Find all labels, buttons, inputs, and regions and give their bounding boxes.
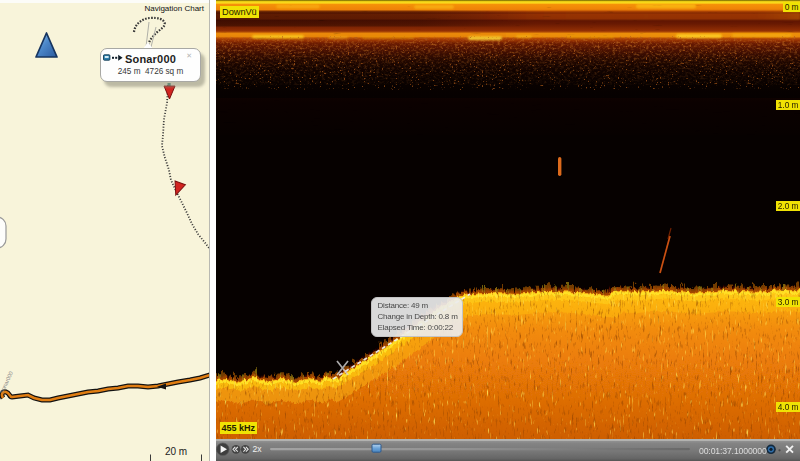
svg-text:2x: 2x	[253, 444, 263, 454]
